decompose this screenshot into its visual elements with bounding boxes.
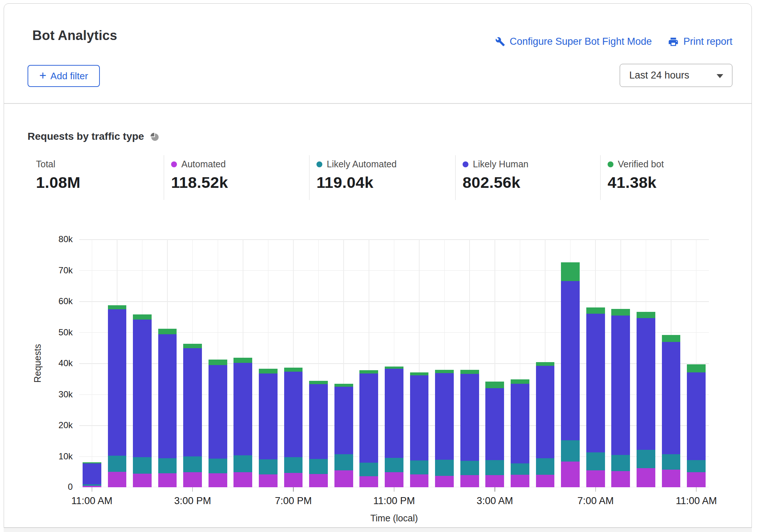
bar-segment-likely-automated	[233, 455, 252, 472]
stat-total-value: 1.08M	[36, 174, 164, 192]
bar-slot	[407, 239, 432, 487]
chart-bar[interactable]	[309, 381, 328, 487]
x-tick-mark	[495, 487, 495, 492]
bar-segment-automated	[158, 473, 177, 487]
y-tick-label: 70k	[40, 265, 73, 276]
chart-bar[interactable]	[511, 379, 529, 487]
stat-automated[interactable]: Automated 118.52k	[164, 155, 309, 200]
print-report-link[interactable]: Print report	[668, 36, 732, 47]
likely-automated-legend-dot	[316, 161, 322, 167]
bar-segment-automated	[309, 474, 328, 487]
bar-segment-automated	[511, 475, 529, 487]
bar-segment-verified-bot	[662, 335, 681, 342]
bar-segment-likely-human	[511, 384, 529, 463]
bar-segment-automated	[460, 475, 479, 487]
pie-chart-icon	[150, 131, 159, 142]
bar-segment-likely-human	[385, 369, 403, 458]
chart-bar[interactable]	[233, 358, 252, 487]
bar-segment-verified-bot	[511, 379, 529, 384]
bar-segment-likely-automated	[209, 459, 227, 473]
bar-segment-verified-bot	[637, 312, 655, 318]
configure-link-label: Configure Super Bot Fight Mode	[510, 36, 652, 47]
stat-verified-bot[interactable]: Verified bot 41.38k	[600, 155, 746, 200]
chart-bar[interactable]	[284, 368, 303, 487]
time-range-value: Last 24 hours	[629, 70, 689, 81]
bar-segment-verified-bot	[586, 307, 605, 314]
print-link-label: Print report	[683, 36, 732, 47]
x-tick-label: 7:00 PM	[275, 495, 312, 507]
chart-bar[interactable]	[637, 312, 655, 487]
bar-segment-likely-human	[133, 320, 152, 457]
chart-bar[interactable]	[158, 329, 177, 487]
stat-automated-value: 118.52k	[171, 174, 309, 192]
bar-slot	[633, 239, 659, 487]
bar-segment-verified-bot	[485, 382, 504, 388]
bar-slot	[281, 239, 306, 487]
bar-segment-automated	[108, 472, 127, 487]
automated-legend-dot	[171, 161, 177, 167]
chart-bar[interactable]	[209, 360, 227, 487]
chart-bar[interactable]	[359, 370, 378, 487]
chart-bar[interactable]	[334, 384, 353, 487]
configure-super-bot-fight-mode-link[interactable]: Configure Super Bot Fight Mode	[495, 36, 652, 47]
bar-segment-likely-human	[359, 374, 378, 463]
chart-bar[interactable]	[133, 314, 152, 487]
bar-segment-likely-human	[561, 281, 580, 440]
chart-bar[interactable]	[662, 335, 681, 487]
add-filter-label: Add filter	[50, 70, 88, 82]
chart-bar[interactable]	[536, 362, 555, 487]
chart-bar[interactable]	[385, 367, 403, 488]
stat-likely-automated-value: 119.04k	[316, 174, 455, 192]
bar-segment-likely-human	[259, 374, 278, 459]
time-range-dropdown[interactable]: Last 24 hours	[620, 64, 732, 87]
bar-segment-likely-automated	[586, 452, 605, 471]
x-tick-mark	[394, 487, 395, 492]
stat-likely-automated[interactable]: Likely Automated 119.04k	[309, 155, 455, 200]
chart-bar[interactable]	[687, 364, 706, 487]
next-section-edge	[4, 528, 752, 532]
stat-likely-human[interactable]: Likely Human 802.56k	[455, 155, 600, 200]
chart-bar[interactable]	[259, 369, 278, 487]
chart-bar[interactable]	[561, 262, 580, 487]
bar-segment-automated	[259, 474, 278, 487]
bar-segment-likely-automated	[662, 454, 681, 470]
bar-segment-likely-human	[410, 375, 429, 460]
bar-slot	[331, 239, 356, 487]
bar-segment-likely-automated	[284, 457, 303, 473]
bar-segment-likely-human	[309, 384, 328, 459]
chart-bar[interactable]	[586, 307, 605, 487]
chart-bar[interactable]	[183, 344, 202, 487]
chart-bar[interactable]	[485, 382, 504, 487]
chart-bar[interactable]	[435, 370, 454, 487]
chart-bar[interactable]	[460, 370, 479, 487]
stat-verified-bot-value: 41.38k	[608, 174, 746, 192]
add-filter-button[interactable]: + Add filter	[28, 65, 100, 87]
bar-segment-verified-bot	[209, 360, 227, 365]
bar-segment-automated	[284, 473, 303, 487]
chart-bar[interactable]	[108, 305, 127, 487]
stat-total: Total 1.08M	[28, 155, 164, 200]
bar-segment-automated	[209, 473, 227, 487]
bar-segment-likely-automated	[359, 463, 378, 476]
x-tick-mark	[293, 487, 294, 492]
bar-segment-likely-automated	[259, 459, 278, 474]
bar-segment-automated	[133, 474, 152, 487]
chart-bar[interactable]	[410, 372, 429, 487]
bar-segment-automated	[435, 476, 454, 487]
wrench-icon	[495, 37, 505, 47]
bar-segment-likely-human	[611, 316, 630, 455]
page-title: Bot Analytics	[32, 28, 117, 43]
y-tick-label: 80k	[40, 234, 73, 244]
bar-segment-likely-human	[209, 365, 227, 459]
chart-bar[interactable]	[611, 309, 630, 487]
stat-likely-automated-label: Likely Automated	[327, 159, 396, 170]
bar-segment-likely-human	[233, 363, 252, 455]
chart-bar[interactable]	[83, 462, 101, 487]
bar-slot	[306, 239, 331, 487]
chevron-down-icon	[717, 74, 723, 78]
bar-segment-automated	[334, 470, 353, 487]
bar-slot	[130, 239, 155, 487]
y-tick-label: 60k	[40, 296, 73, 306]
bar-segment-automated	[485, 475, 504, 487]
y-tick-label: 0	[40, 482, 73, 492]
